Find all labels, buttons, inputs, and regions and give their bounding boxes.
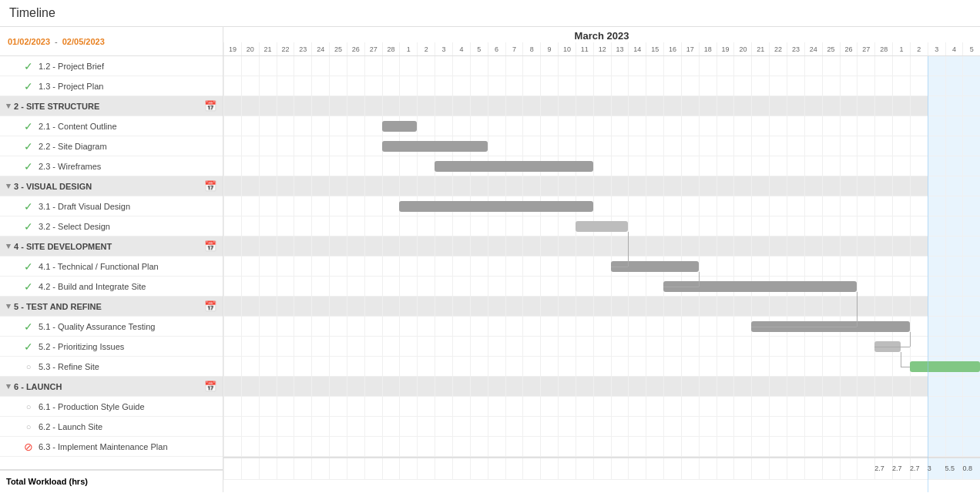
calendar-icon[interactable]: 📅	[204, 300, 216, 312]
grid-cell	[540, 96, 558, 116]
grid-cell	[910, 437, 928, 456]
grid-cell	[576, 417, 593, 436]
grid-cell	[259, 377, 277, 396]
calendar-icon[interactable]: 📅	[204, 100, 216, 112]
section-6[interactable]: ▾ 6 - LAUNCH 📅	[0, 377, 223, 397]
grid-cell	[311, 257, 329, 276]
grid-cell	[576, 437, 593, 456]
calendar-icon[interactable]: 📅	[204, 240, 216, 252]
grid-cell	[435, 337, 452, 356]
grid-cell	[294, 56, 311, 75]
section-label: 2 - SITE STRUCTURE	[14, 102, 99, 111]
grid-cell	[717, 76, 734, 96]
grid-cell	[751, 216, 769, 236]
day-cell: 16	[663, 42, 681, 55]
grid-cell	[558, 216, 576, 236]
grid-cell	[892, 176, 910, 196]
grid-cell	[663, 257, 681, 276]
days-row: 1920212223242526272812345678910111213141…	[223, 42, 980, 55]
grid-cell	[241, 437, 259, 456]
grid-cell	[628, 236, 646, 256]
grid-cell	[540, 377, 558, 396]
grid-cell	[382, 458, 400, 479]
grid-cell	[522, 458, 540, 479]
grid-cell	[435, 297, 452, 316]
section-2[interactable]: ▾ 2 - SITE STRUCTURE 📅	[0, 96, 223, 116]
grid-cell	[505, 357, 523, 376]
task-label: 2.1 - Content Outline	[39, 122, 218, 131]
section-4[interactable]: ▾ 4 - SITE DEVELOPMENT 📅	[0, 236, 223, 257]
grid-cell	[840, 458, 858, 479]
grid-cell	[892, 236, 910, 256]
grid-cell	[417, 196, 435, 216]
section-5[interactable]: ▾ 5 - TEST AND REFINE 📅	[0, 297, 223, 317]
grid-cell	[874, 76, 892, 96]
calendar-icon[interactable]: 📅	[204, 381, 216, 392]
grid-cell	[874, 136, 892, 156]
gantt-row	[223, 136, 980, 156]
grid-cell	[840, 176, 858, 196]
task-label: 2.3 - Wireframes	[39, 162, 218, 171]
grid-cell	[822, 216, 840, 236]
check-icon: ✓	[22, 320, 35, 334]
grid-cell	[382, 196, 400, 216]
grid-cell	[699, 337, 717, 356]
section-label: 6 - LAUNCH	[14, 382, 62, 391]
grid-cell	[945, 156, 963, 176]
grid-cell	[857, 357, 874, 376]
grid-cell	[470, 277, 488, 296]
grid-cell	[311, 196, 329, 216]
grid-cell	[452, 257, 470, 276]
grid-cell	[522, 56, 540, 75]
grid-cell	[804, 56, 822, 75]
grid-cell	[751, 96, 769, 116]
grid-cell	[593, 377, 611, 396]
grid-cell	[558, 458, 576, 479]
grid-cell	[259, 96, 277, 116]
grid-cell	[277, 297, 294, 316]
grid-cell	[646, 297, 663, 316]
day-cell: 5	[962, 42, 980, 55]
grid-cell	[840, 56, 858, 75]
grid-cell	[540, 196, 558, 216]
grid-cell	[399, 337, 417, 356]
grid-cell	[611, 176, 629, 196]
grid-cell	[540, 317, 558, 336]
grid-cell	[382, 136, 400, 156]
grid-cell	[505, 397, 523, 416]
grid-cell	[892, 317, 910, 336]
grid-cell	[769, 96, 787, 116]
grid-cell	[804, 437, 822, 456]
grid-cell	[628, 76, 646, 96]
grid-cell	[470, 156, 488, 176]
section-3[interactable]: ▾ 3 - VISUAL DESIGN 📅	[0, 176, 223, 196]
section-label: 5 - TEST AND REFINE	[14, 302, 102, 311]
grid-cell	[277, 417, 294, 436]
grid-cell	[277, 357, 294, 376]
gantt-body: 2.72.72.735.50.80.80.80.80.8	[223, 56, 980, 492]
grid-cell	[628, 417, 646, 436]
grid-cell	[399, 136, 417, 156]
grid-cell	[259, 176, 277, 196]
grid-cell	[769, 176, 787, 196]
grid-cell	[962, 257, 980, 276]
grid-cell	[945, 417, 963, 436]
grid-cell	[628, 337, 646, 356]
gantt-header: March 2023 19202122232425262728123456789…	[223, 27, 980, 56]
grid-cell	[857, 136, 874, 156]
task-list: ✓ 1.2 - Project Brief ✓ 1.3 - Project Pl…	[0, 56, 223, 469]
grid-cell	[611, 116, 629, 136]
calendar-icon[interactable]: 📅	[204, 180, 216, 192]
grid-cell	[681, 156, 699, 176]
grid-cell	[505, 236, 523, 256]
grid-cell	[628, 458, 646, 479]
grid-cell	[717, 236, 734, 256]
grid-cell	[435, 257, 452, 276]
grid-cell	[399, 216, 417, 236]
grid-cell	[452, 216, 470, 236]
grid-cell	[910, 236, 928, 256]
grid-cell	[751, 277, 769, 296]
grid-cell	[347, 156, 364, 176]
grid-cell	[945, 277, 963, 296]
grid-cell	[804, 216, 822, 236]
